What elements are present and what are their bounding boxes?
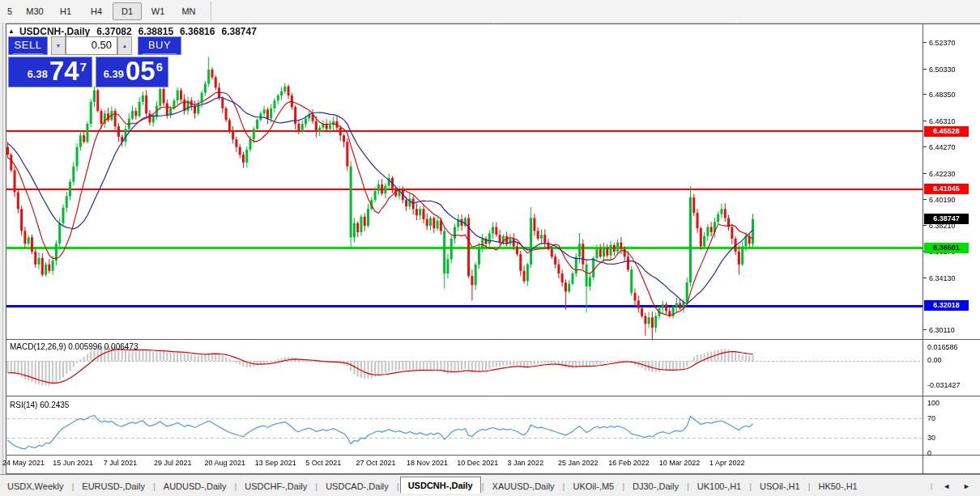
macd-axis-label: 0.00: [927, 356, 942, 364]
price-tick-label: 6.42230: [929, 170, 956, 178]
date-tick-label: 18 Nov 2021: [407, 459, 448, 467]
ohlc-close: 6.38747: [221, 26, 256, 37]
chevron-up-icon: ▲: [122, 43, 128, 49]
buy-button[interactable]: BUY: [138, 36, 181, 55]
price-tick-label: 6.52370: [929, 39, 956, 47]
ohlc-low: 6.36816: [180, 26, 215, 37]
sell-price-box[interactable]: 6.38 74 7: [8, 57, 92, 87]
timeframe-button-h1[interactable]: H1: [51, 2, 80, 20]
date-tick-label: 20 Aug 2021: [204, 459, 245, 467]
spread-input[interactable]: 0.50: [66, 36, 117, 55]
timeframe-button-h4[interactable]: H4: [82, 2, 111, 20]
timeframe-toolbar: 5M30H1H4D1W1MN: [0, 0, 980, 23]
date-tick-label: 13 Sep 2021: [255, 459, 296, 467]
timeframe-button-5[interactable]: 5: [1, 2, 19, 20]
sell-price-main: 74: [49, 59, 79, 83]
price-tick-label: 6.44270: [929, 143, 956, 151]
timeframe-button-w1[interactable]: W1: [143, 2, 173, 20]
tab-scroll-left-icon[interactable]: ◄: [940, 481, 953, 492]
chart-tab-bar: USDX,Weekly|EURUSD-,Daily|AUDUSD-,Daily|…: [0, 474, 980, 496]
trading-platform-window: 5M30H1H4D1W1MN ▲ USDCNH-,Daily 6.37082 6…: [0, 0, 980, 496]
rsi-axis-label: 30: [927, 434, 935, 442]
date-tick-label: 10 Mar 2022: [659, 459, 701, 467]
hline-price-badge: 6.32018: [924, 300, 969, 311]
rsi-axis-label: 100: [927, 399, 940, 407]
date-tick-label: 16 Feb 2022: [608, 459, 650, 467]
chart-tab-dj30-daily[interactable]: DJ30-,Daily: [625, 479, 686, 494]
chart-tab-xauusd-daily[interactable]: XAUUSD-,Daily: [485, 479, 562, 494]
price-tick-label: 6.30110: [929, 326, 955, 334]
hline-price-badge: 6.45528: [924, 126, 969, 137]
rsi-axis-label: 70: [927, 414, 935, 422]
spread-decrease-button[interactable]: ▼: [51, 36, 66, 55]
timeframe-button-d1[interactable]: D1: [113, 2, 142, 20]
current-price-badge: 6.38747: [924, 214, 969, 224]
sell-price-prefix: 6.38: [28, 68, 48, 80]
spread-increase-button[interactable]: ▲: [117, 36, 132, 55]
buy-price-pip: 6: [156, 60, 163, 74]
chart-tab-usdchf-daily[interactable]: USDCHF-,Daily: [237, 479, 314, 494]
date-tick-label: 3 Jan 2022: [508, 459, 544, 467]
price-tick-label: 6.34130: [929, 274, 956, 282]
symbol-period-label: USDCNH-,Daily: [19, 26, 90, 37]
macd-axis-label: -0.031427: [927, 381, 961, 389]
rsi-label: RSI(14) 60.2435: [10, 401, 69, 409]
macd-axis-label: 0.016586: [927, 343, 958, 351]
window-left-gutter: [0, 23, 6, 474]
chart-tab-usdcnh-daily[interactable]: USDCNH-,Daily: [400, 477, 481, 494]
chart-tab-eurusd-daily[interactable]: EURUSD-,Daily: [75, 479, 152, 494]
sell-button[interactable]: SELL: [8, 36, 48, 55]
chevron-down-icon: ▼: [56, 43, 62, 49]
price-tick-label: 6.46310: [929, 117, 956, 125]
chart-tab-usdx-weekly[interactable]: USDX,Weekly: [0, 479, 70, 494]
sell-price-pip: 7: [80, 60, 87, 74]
date-tick-label: 10 Dec 2021: [457, 459, 498, 467]
chart-tab-audusd-daily[interactable]: AUDUSD-,Daily: [156, 479, 234, 494]
date-tick-label: 25 Jan 2022: [558, 459, 599, 467]
chart-tab-usdcad-daily[interactable]: USDCAD-,Daily: [318, 479, 396, 494]
date-tick-label: 27 Oct 2021: [356, 459, 396, 467]
collapse-triangle-icon[interactable]: ▲: [8, 28, 15, 35]
timeframe-button-mn[interactable]: MN: [174, 2, 203, 20]
buy-price-main: 05: [126, 59, 156, 83]
price-tick-label: 6.48350: [929, 91, 956, 99]
chart-tab-usoil-h1[interactable]: USOil-,H1: [752, 479, 807, 494]
ohlc-open: 6.37082: [96, 26, 131, 37]
tab-scroll-right-icon[interactable]: ►: [960, 481, 974, 492]
date-tick-label: 29 Jul 2021: [154, 459, 192, 467]
price-tick-label: 6.50330: [929, 66, 956, 74]
hline-price-badge: 6.41045: [924, 184, 969, 194]
ohlc-high: 6.38815: [138, 26, 173, 37]
date-tick-label: 7 Jul 2021: [104, 459, 138, 467]
price-tick-label: 6.40190: [929, 196, 956, 204]
hline-price-badge: 6.36501: [924, 243, 969, 253]
chart-tab-uk100-h1[interactable]: UK100-,H1: [690, 479, 748, 494]
buy-price-prefix: 6.39: [104, 68, 124, 80]
macd-label: MACD(12,26,9) 0.005996 0.006473: [10, 342, 138, 351]
tab-separator: |: [930, 482, 933, 490]
date-tick-label: 5 Oct 2021: [305, 459, 341, 467]
rsi-axis-label: 0: [927, 449, 931, 457]
date-tick-label: 24 May 2021: [2, 459, 45, 467]
timeframe-button-m30[interactable]: M30: [20, 2, 49, 20]
buy-price-box[interactable]: 6.39 05 6: [96, 57, 168, 87]
chart-title: ▲ USDCNH-,Daily 6.37082 6.38815 6.36816 …: [8, 26, 257, 37]
chart-tab-hk50-h1[interactable]: HK50-,H1: [811, 479, 864, 494]
date-tick-label: 15 Jun 2021: [53, 459, 93, 467]
chart-tab-ukoil-m5[interactable]: UKOil-,M5: [565, 479, 621, 494]
date-tick-label: 1 Apr 2022: [709, 459, 745, 467]
toolbar-separator: [211, 2, 211, 21]
tab-scroll-controls: |◄►: [930, 481, 974, 492]
